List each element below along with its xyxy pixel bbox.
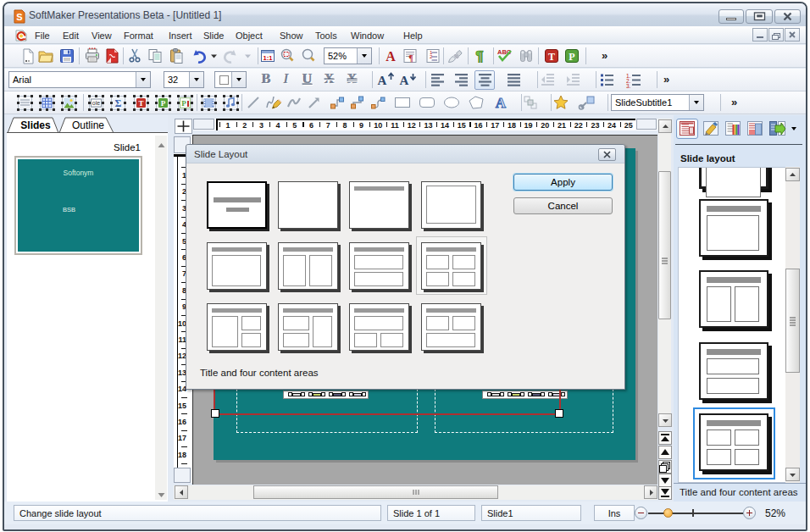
svg-text:S: S [16,12,22,22]
svg-text:A: A [496,95,507,111]
svg-text:T: T [548,51,555,63]
svg-text:¶: ¶ [408,53,413,63]
svg-text:A: A [378,74,387,87]
svg-text:1:1: 1:1 [264,54,273,62]
svg-text:A: A [400,74,409,87]
svg-text:3.: 3. [626,83,631,89]
svg-text:¶: ¶ [475,48,483,64]
svg-text:A: A [386,49,396,64]
svg-text:Slides: Slides [20,119,51,131]
svg-text:P: P [569,51,574,63]
svg-text:Outline: Outline [72,119,104,131]
